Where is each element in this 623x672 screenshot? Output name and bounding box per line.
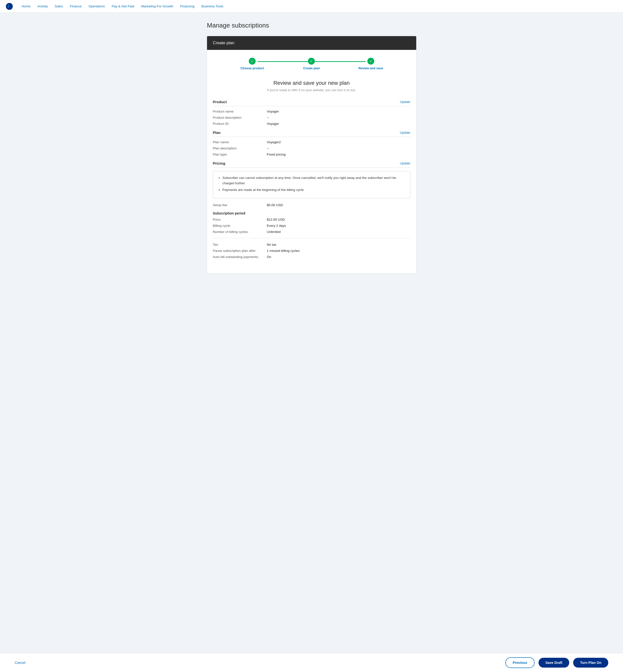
plan-name-label: Plan name: bbox=[213, 140, 267, 144]
auto-bill-row: Auto bill outstanding payments: On bbox=[213, 255, 410, 259]
plan-type-label: Plan type: bbox=[213, 152, 267, 156]
setup-fee-label: Setup fee: bbox=[213, 203, 267, 207]
product-update-link[interactable]: Update bbox=[400, 100, 410, 104]
product-description-label: Product description: bbox=[213, 116, 267, 119]
billing-cycle-value: Every 2 days bbox=[267, 224, 286, 227]
price-value: $12.00 USD bbox=[267, 218, 285, 221]
page-container: Manage subscriptions Create plan ✓ Choos… bbox=[201, 13, 422, 303]
review-heading: Review and save your new plan bbox=[213, 80, 410, 86]
nav-pay-get-paid[interactable]: Pay & Get Paid bbox=[112, 4, 134, 8]
nav-sales[interactable]: Sales bbox=[55, 4, 63, 8]
step-label-1: Choose product bbox=[240, 66, 264, 70]
product-name-value: Voyager bbox=[267, 110, 279, 113]
plan-type-row: Plan type: Fixed pricing bbox=[213, 152, 410, 156]
plan-description-row: Plan description: -- bbox=[213, 146, 410, 150]
product-name-label: Product name: bbox=[213, 110, 267, 113]
step-label-3: Review and save bbox=[358, 66, 383, 70]
step-circle-3: ✓ bbox=[367, 58, 374, 65]
product-section-header: Product Update bbox=[213, 100, 410, 106]
price-label: Price: bbox=[213, 218, 267, 221]
billing-cycle-row: Billing cycle: Every 2 days bbox=[213, 224, 410, 227]
pricing-info-box: Subscriber can cancel subscription at an… bbox=[213, 171, 410, 198]
plan-description-label: Plan description: bbox=[213, 146, 267, 150]
product-section: Product Update Product name: Voyager Pro… bbox=[213, 100, 410, 125]
pricing-info-list: Subscriber can cancel subscription at an… bbox=[218, 175, 405, 193]
step-label-2: Create plan bbox=[303, 66, 320, 70]
step-review-save: ✓ Review and save bbox=[341, 58, 400, 70]
pause-subscription-value: 1 missed billing cycles bbox=[267, 249, 300, 253]
pricing-update-link[interactable]: Update bbox=[400, 162, 410, 165]
pricing-section-header: Pricing Update bbox=[213, 161, 410, 168]
price-row: Price: $12.00 USD bbox=[213, 218, 410, 221]
auto-bill-label: Auto bill outstanding payments: bbox=[213, 255, 267, 259]
product-section-title: Product bbox=[213, 100, 227, 104]
subscription-period-title: Subscription period bbox=[213, 211, 410, 215]
step-circle-2: ✓ bbox=[308, 58, 315, 65]
product-id-value: Voyager bbox=[267, 122, 279, 125]
plan-description-value: -- bbox=[267, 146, 269, 150]
pricing-info-item-1: Subscriber can cancel subscription at an… bbox=[222, 175, 405, 186]
billing-cycle-label: Billing cycle: bbox=[213, 224, 267, 227]
setup-fee-value: $0.00 USD bbox=[267, 203, 283, 207]
plan-section-title: Plan bbox=[213, 131, 221, 135]
tax-value: No tax bbox=[267, 243, 276, 247]
plan-name-row: Plan name: Voyager2 bbox=[213, 140, 410, 144]
tax-label: Tax: bbox=[213, 243, 267, 247]
nav-operations[interactable]: Operations bbox=[89, 4, 105, 8]
svg-text:P: P bbox=[9, 4, 11, 8]
review-subheading: If you're ready to offer it on your webs… bbox=[213, 88, 410, 92]
nav-finance[interactable]: Finance bbox=[70, 4, 82, 8]
billing-cycles-row: Number of billing cycles: Unlimited bbox=[213, 230, 410, 234]
billing-cycles-label: Number of billing cycles: bbox=[213, 230, 267, 234]
tax-row: Tax: No tax bbox=[213, 243, 410, 247]
step-choose-product: ✓ Choose product bbox=[223, 58, 282, 70]
billing-cycles-value: Unlimited bbox=[267, 230, 281, 234]
nav-business-tools[interactable]: Business Tools bbox=[201, 4, 224, 8]
auto-bill-value: On bbox=[267, 255, 271, 259]
pause-subscription-label: Pause subscription plan after: bbox=[213, 249, 267, 253]
navigation: P P Home Activity Sales Finance Operatio… bbox=[0, 0, 623, 13]
product-id-row: Product ID: Voyager bbox=[213, 122, 410, 125]
nav-financing[interactable]: Financing bbox=[180, 4, 195, 8]
pause-subscription-row: Pause subscription plan after: 1 missed … bbox=[213, 249, 410, 253]
product-id-label: Product ID: bbox=[213, 122, 267, 125]
plan-update-link[interactable]: Update bbox=[400, 131, 410, 134]
setup-fee-row: Setup fee: $0.00 USD bbox=[213, 203, 410, 207]
step-create-plan: ✓ Create plan bbox=[282, 58, 341, 70]
paypal-logo: P P bbox=[6, 3, 13, 10]
plan-section: Plan Update Plan name: Voyager2 Plan des… bbox=[213, 131, 410, 156]
pricing-info-item-2: Payments are made at the beginning of th… bbox=[222, 187, 405, 193]
plan-section-header: Plan Update bbox=[213, 131, 410, 137]
pricing-section: Pricing Update Subscriber can cancel sub… bbox=[213, 161, 410, 259]
create-plan-card: Create plan ✓ Choose product ✓ Create pl… bbox=[207, 36, 416, 274]
step-circle-1: ✓ bbox=[249, 58, 256, 65]
nav-activity[interactable]: Activity bbox=[37, 4, 48, 8]
plan-name-value: Voyager2 bbox=[267, 140, 281, 144]
product-description-row: Product description: -- bbox=[213, 116, 410, 119]
card-body: ✓ Choose product ✓ Create plan ✓ Review … bbox=[207, 50, 416, 274]
plan-type-value: Fixed pricing bbox=[267, 152, 286, 156]
nav-home[interactable]: Home bbox=[22, 4, 30, 8]
product-name-row: Product name: Voyager bbox=[213, 110, 410, 113]
product-description-value: -- bbox=[267, 116, 269, 119]
stepper: ✓ Choose product ✓ Create plan ✓ Review … bbox=[213, 58, 410, 70]
card-header: Create plan bbox=[207, 36, 416, 50]
page-title: Manage subscriptions bbox=[207, 22, 416, 29]
pricing-section-title: Pricing bbox=[213, 161, 226, 165]
nav-marketing[interactable]: Marketing For Growth bbox=[141, 4, 173, 8]
